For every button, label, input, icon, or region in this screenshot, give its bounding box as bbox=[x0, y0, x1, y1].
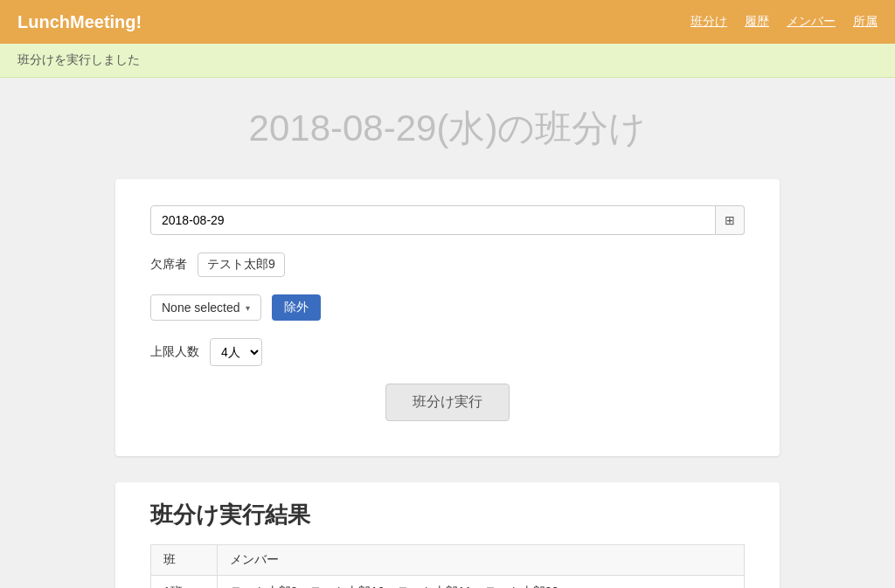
notice-message: 班分けを実行しました bbox=[17, 52, 140, 66]
results-title: 班分け実行結果 bbox=[150, 500, 745, 530]
absentees-row: 欠席者 テスト太郎9 bbox=[150, 252, 745, 277]
col-members: メンバー bbox=[217, 545, 744, 576]
page-title: 2018-08-29(水)の班分け bbox=[115, 104, 780, 153]
absentee-tag: テスト太郎9 bbox=[198, 252, 285, 277]
results-table: 班 メンバー 1班 テスト太郎2 テスト太郎10 テスト太郎11 テスト太郎22… bbox=[150, 544, 745, 588]
limit-select[interactable]: 4人 bbox=[210, 338, 262, 366]
selector-row: None selected ▾ 除外 bbox=[150, 294, 745, 321]
limit-label: 上限人数 bbox=[150, 344, 199, 360]
nav-bunkake[interactable]: 班分け bbox=[690, 14, 727, 30]
nav-history[interactable]: 履歴 bbox=[745, 14, 769, 30]
form-section: ⊞ 欠席者 テスト太郎9 None selected ▾ 除外 上限人数 4人 … bbox=[115, 179, 780, 456]
dropdown-label: None selected bbox=[162, 301, 240, 315]
col-group: 班 bbox=[151, 545, 218, 576]
header: LunchMeeting! 班分け 履歴 メンバー 所属 bbox=[0, 0, 895, 44]
table-header-row: 班 メンバー bbox=[151, 545, 745, 576]
remove-button[interactable]: 除外 bbox=[272, 294, 321, 321]
date-input[interactable] bbox=[150, 205, 716, 235]
results-section: 班分け実行結果 班 メンバー 1班 テスト太郎2 テスト太郎10 テスト太郎11… bbox=[115, 482, 780, 588]
date-picker-button[interactable]: ⊞ bbox=[716, 205, 745, 235]
chevron-down-icon: ▾ bbox=[246, 303, 250, 313]
nav-members[interactable]: メンバー bbox=[787, 14, 836, 30]
none-selected-dropdown[interactable]: None selected ▾ bbox=[150, 294, 261, 321]
app-logo: LunchMeeting! bbox=[17, 12, 142, 32]
limit-row: 上限人数 4人 bbox=[150, 338, 745, 366]
date-input-row: ⊞ bbox=[150, 205, 745, 235]
main-content: 2018-08-29(水)の班分け ⊞ 欠席者 テスト太郎9 None sele… bbox=[98, 78, 797, 588]
execute-btn-row: 班分け実行 bbox=[150, 384, 745, 421]
execute-button[interactable]: 班分け実行 bbox=[385, 384, 510, 421]
notice-bar: 班分けを実行しました bbox=[0, 44, 895, 78]
cell-members: テスト太郎2 テスト太郎10 テスト太郎11 テスト太郎22 bbox=[217, 576, 744, 589]
nav-affiliation[interactable]: 所属 bbox=[853, 14, 878, 30]
table-row: 1班 テスト太郎2 テスト太郎10 テスト太郎11 テスト太郎22 bbox=[151, 576, 745, 589]
calendar-icon: ⊞ bbox=[725, 213, 735, 227]
absentees-label: 欠席者 bbox=[150, 257, 187, 273]
cell-group: 1班 bbox=[151, 576, 218, 589]
main-nav: 班分け 履歴 メンバー 所属 bbox=[690, 14, 878, 30]
